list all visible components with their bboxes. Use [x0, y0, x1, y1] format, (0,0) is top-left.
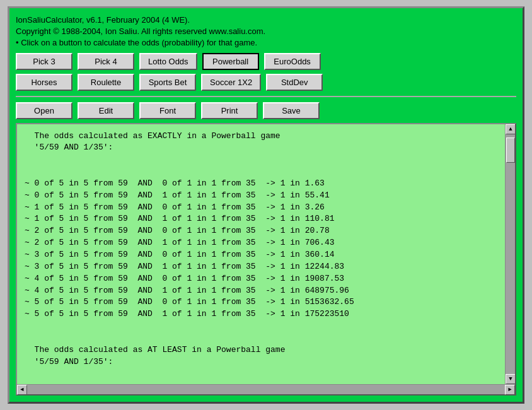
output-area[interactable]: The odds calculated as EXACTLY in a Powe… — [17, 124, 505, 384]
header-line2: Copyright © 1988-2004, Ion Saliu. All ri… — [16, 26, 516, 37]
output-wrapper: The odds calculated as EXACTLY in a Powe… — [16, 123, 516, 395]
sports-bet-button[interactable]: Sports Bet — [139, 74, 196, 91]
header-line1: IonSaliuCalculator, v6.1, February 2004 … — [16, 15, 516, 26]
edit-button[interactable]: Edit — [78, 102, 134, 119]
lotto-odds-button[interactable]: Lotto Odds — [139, 53, 197, 70]
euroodds-button[interactable]: EuroOdds — [264, 53, 321, 70]
scroll-track-v[interactable] — [506, 134, 515, 374]
soccer-button[interactable]: Soccer 1X2 — [201, 74, 261, 91]
horizontal-scrollbar[interactable]: ◄ ► — [17, 384, 515, 394]
horses-button[interactable]: Horses — [16, 74, 72, 91]
scroll-thumb-v[interactable] — [506, 138, 515, 163]
powerball-button[interactable]: Powerball — [202, 53, 259, 70]
scroll-down-arrow[interactable]: ▼ — [506, 374, 515, 384]
print-button[interactable]: Print — [201, 102, 258, 119]
scroll-track-h[interactable] — [27, 385, 505, 394]
save-button[interactable]: Save — [263, 102, 320, 119]
stddev-button[interactable]: StdDev — [266, 74, 323, 91]
vertical-scrollbar[interactable]: ▲ ▼ — [505, 124, 515, 384]
output-inner: The odds calculated as EXACTLY in a Powe… — [17, 124, 515, 384]
divider — [16, 96, 516, 97]
open-button[interactable]: Open — [16, 102, 72, 119]
scroll-up-arrow[interactable]: ▲ — [506, 124, 515, 134]
scroll-left-arrow[interactable]: ◄ — [17, 385, 27, 395]
font-button[interactable]: Font — [139, 102, 196, 119]
header-line3: • Click on a button to calculate the odd… — [16, 37, 516, 49]
roulette-button[interactable]: Roulette — [78, 74, 134, 91]
pick4-button[interactable]: Pick 4 — [78, 53, 134, 70]
button-row-2: HorsesRouletteSports BetSoccer 1X2StdDev — [16, 74, 516, 91]
scroll-right-arrow[interactable]: ► — [505, 385, 515, 395]
header-info: IonSaliuCalculator, v6.1, February 2004 … — [16, 15, 516, 49]
button-row-3: OpenEditFontPrintSave — [16, 102, 516, 119]
pick3-button[interactable]: Pick 3 — [16, 53, 72, 70]
button-row-1: Pick 3Pick 4Lotto OddsPowerballEuroOdds — [16, 53, 516, 70]
main-window: IonSaliuCalculator, v6.1, February 2004 … — [8, 6, 524, 404]
